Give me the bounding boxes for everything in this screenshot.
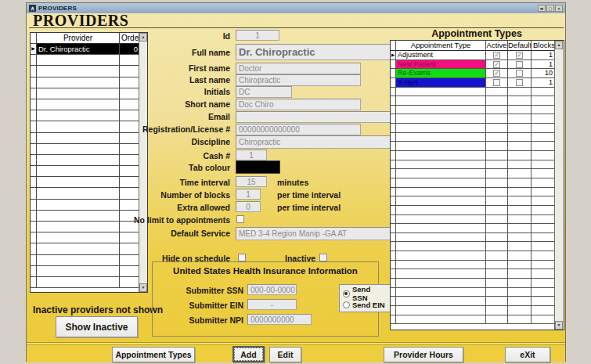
registration-field[interactable]: 00000000000000 [236,124,361,135]
tab-colour-swatch[interactable] [236,160,280,174]
provider-empty-row[interactable] [31,66,147,77]
appointment-empty-row[interactable] [391,96,564,106]
provider-empty-row[interactable] [31,255,147,266]
provider-table-scrollbar[interactable]: ▲ ▼ [139,33,147,292]
appointment-empty-row[interactable] [391,124,564,133]
appointment-empty-row[interactable] [391,297,564,306]
default-checkbox-cell[interactable] [508,60,532,70]
provider-empty-row[interactable] [31,211,147,222]
appointment-types-table[interactable]: Appointment TypeActiveDefaultBlocks▶Adju… [390,40,564,330]
provider-empty-row[interactable] [31,144,147,155]
appointment-empty-row[interactable] [391,288,564,297]
appointment-empty-row[interactable] [391,224,564,233]
cash-field[interactable]: 1 [236,150,267,160]
provider-empty-row[interactable] [31,177,147,188]
close-button[interactable]: ✕ [555,5,563,12]
appointment-empty-row[interactable] [391,269,564,279]
appointment-empty-row[interactable] [391,178,564,188]
appointment-types-scrollbar[interactable]: ▲ ▼ [554,41,564,330]
maximize-button[interactable]: □ [546,5,554,12]
appointment-empty-row[interactable] [391,279,564,288]
provider-empty-row[interactable] [31,155,147,166]
time-interval-field[interactable]: 15 [236,176,267,187]
appointment-empty-row[interactable] [391,206,564,215]
appointment-empty-row[interactable] [391,151,564,160]
appointment-type-row[interactable]: ▶Adjustment✓✓1 [391,51,564,60]
provider-empty-row[interactable] [31,55,147,66]
provider-empty-row[interactable] [31,266,147,277]
provider-table-rows: ProviderOrder▶Dr. Chiropractic0 [31,33,147,288]
provider-empty-row[interactable] [31,88,147,99]
show-inactive-button[interactable]: Show Inactive [56,316,138,337]
appointment-empty-row[interactable] [391,114,564,124]
default-checkbox-cell[interactable] [508,69,532,78]
edit-button[interactable]: Edit [269,347,301,362]
default-checkbox-cell[interactable] [508,78,532,88]
active-checkbox-cell[interactable] [486,78,508,88]
add-button[interactable]: Add [232,346,265,362]
provider-empty-row[interactable] [31,188,147,199]
active-checkbox-cell [486,288,508,297]
provider-empty-row[interactable] [31,77,147,88]
appointment-empty-row[interactable] [391,160,564,170]
appointment-empty-row[interactable] [391,188,564,197]
first-name-label: First name [189,63,230,73]
appointment-empty-row[interactable] [391,133,564,142]
send-ssn-option[interactable]: Send SSN [343,288,387,299]
id-field[interactable]: 1 [236,30,279,41]
hide-on-schedule-checkbox[interactable] [238,254,246,261]
provider-empty-row[interactable] [31,133,147,144]
appointment-empty-row[interactable] [391,242,564,251]
initials-field[interactable]: DC [236,86,292,98]
active-checkbox-cell[interactable]: ✓ [486,60,508,70]
submitter-npi-field[interactable]: 0000000000 [247,314,312,325]
appointment-empty-row[interactable] [391,215,564,225]
inactive-checkbox[interactable] [319,254,327,261]
number-of-blocks-field[interactable]: 1 [236,189,261,200]
appointment-empty-row[interactable] [391,169,564,178]
active-checkbox-cell[interactable]: ✓ [486,51,508,60]
provider-hours-button[interactable]: Provider Hours [384,347,463,362]
short-name-field[interactable]: Doc Chiro [236,99,361,110]
appointment-type-row[interactable]: New Patient✓1 [391,60,564,70]
full-name-field[interactable]: Dr. Chiropractic [236,44,392,60]
provider-empty-row[interactable] [31,200,147,211]
submitter-ssn-field[interactable]: 000-00-0000 [247,284,297,295]
appointment-empty-row[interactable] [391,142,564,151]
last-name-field[interactable]: Chiropractic [236,74,361,86]
submitter-ein-field[interactable]: - [247,299,297,310]
appointment-empty-row[interactable] [391,315,564,325]
extra-allowed-field[interactable]: 0 [236,201,261,212]
scroll-up-icon[interactable]: ▲ [555,41,563,49]
appointment-types-button[interactable]: Appointment Types [112,347,195,362]
scroll-down-icon[interactable]: ▼ [139,283,147,292]
scroll-up-icon[interactable]: ▲ [139,33,147,41]
appointment-type-row[interactable]: X-rays1 [391,78,564,88]
appointment-empty-row[interactable] [391,106,564,115]
provider-empty-row[interactable] [31,121,147,132]
appointment-empty-row[interactable] [391,88,564,97]
send-ein-option[interactable]: Send EIN [343,299,387,310]
default-checkbox-cell[interactable]: ✓ [508,51,532,60]
minimize-button[interactable]: ▬ [538,5,546,12]
provider-table[interactable]: ProviderOrder▶Dr. Chiropractic0 ▲ ▼ [30,32,148,293]
appointment-type-row[interactable]: Re-Exams✓10 [391,69,564,78]
provider-empty-row[interactable] [31,166,147,177]
no-limit-checkbox[interactable] [236,215,244,223]
appointment-empty-row[interactable] [391,251,564,261]
appointment-empty-row[interactable] [391,196,564,206]
appointment-empty-row[interactable] [391,261,564,270]
provider-empty-row[interactable] [31,232,147,243]
exit-button[interactable]: eXit [505,347,550,362]
active-checkbox-cell[interactable]: ✓ [486,69,508,78]
appointment-empty-row[interactable] [391,233,564,243]
provider-row[interactable]: ▶Dr. Chiropractic0 [31,44,147,55]
provider-empty-row[interactable] [31,99,147,110]
provider-empty-row[interactable] [31,110,147,121]
provider-empty-row[interactable] [31,222,147,232]
provider-empty-row[interactable] [31,277,147,288]
provider-empty-row[interactable] [31,243,147,254]
first-name-field[interactable]: Doctor [236,63,361,74]
scroll-down-icon[interactable]: ▼ [555,321,563,330]
appointment-empty-row[interactable] [391,306,564,315]
